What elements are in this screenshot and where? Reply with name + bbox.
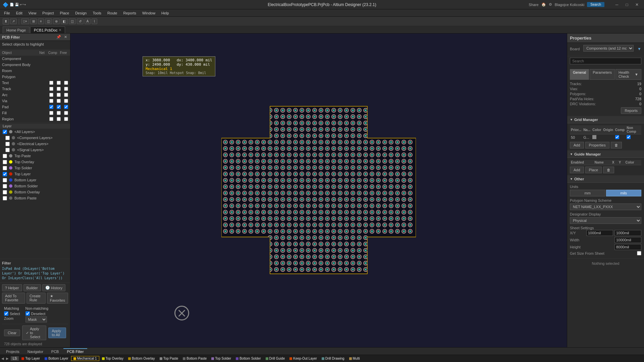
pad-comp-cb[interactable] <box>57 105 61 109</box>
history-btn[interactable]: 🕐 History <box>42 284 65 291</box>
bp-tab-pcb-filter[interactable]: PCB Filter <box>63 348 87 354</box>
tab-general[interactable]: General <box>570 69 589 80</box>
toolbar-align[interactable]: ≡ <box>38 18 44 24</box>
layer-top-paste-cb[interactable] <box>3 154 7 158</box>
layer-comp-cb[interactable] <box>5 136 10 140</box>
bp-tab-navigator[interactable]: Navigator <box>24 348 47 354</box>
width-input[interactable] <box>614 237 641 243</box>
get-size-cb[interactable] <box>637 251 641 255</box>
obj-row-via[interactable]: Via <box>0 98 70 104</box>
layer-btn-bottom[interactable]: Bottom Layer <box>43 356 70 361</box>
apply-to-all-btn[interactable]: Apply to All <box>48 327 66 338</box>
layer-btn-bottom-overlay[interactable]: Bottom Overlay <box>126 356 157 361</box>
add-to-favorite-btn[interactable]: Add To Favorite <box>2 293 25 304</box>
track-comp-cb[interactable] <box>57 87 61 91</box>
text-net-cb[interactable] <box>49 81 53 85</box>
guide-add-btn[interactable]: Add <box>570 167 584 173</box>
layer-bottom-layer[interactable]: Bottom Layer <box>0 177 70 183</box>
grid-properties-btn[interactable]: Properties <box>585 142 609 148</box>
board-selector[interactable]: Components (and 12 more) <box>583 45 634 52</box>
layer-btn-multi[interactable]: Multi <box>347 356 362 361</box>
designator-display-select[interactable]: Physical <box>570 217 641 224</box>
menu-item-place[interactable]: Place <box>57 10 72 16</box>
grid-comp-cb[interactable] <box>614 134 626 141</box>
tab-pcb[interactable]: PCB1.PcbDoc ✕ <box>30 26 65 33</box>
layer-btn-top[interactable]: Top Layer <box>19 356 42 361</box>
layer-bottom-overlay[interactable]: Bottom Overlay <box>0 189 70 195</box>
favorites-btn[interactable]: ★ Favorites <box>47 293 68 304</box>
clear-btn[interactable]: Clear <box>4 329 20 336</box>
grid-non-comp-cb[interactable] <box>626 134 641 141</box>
layer-btn-top-solder[interactable]: Top Solder <box>209 356 233 361</box>
region-comp-cb[interactable] <box>57 117 61 121</box>
toolbar-update[interactable]: ↺ <box>77 18 84 24</box>
toolbar-drc[interactable]: ◧ <box>61 18 68 24</box>
panel-pin-btn[interactable]: 📌 <box>55 35 62 39</box>
menu-item-edit[interactable]: Edit <box>13 10 25 16</box>
layer-btn-bottom-solder[interactable]: Bottom Solder <box>234 356 263 361</box>
pad-net-cb[interactable] <box>49 105 53 109</box>
menu-item-tools[interactable]: Tools <box>90 10 104 16</box>
toolbar-3d[interactable]: ◫ <box>45 18 52 24</box>
tab-parameters[interactable]: Parameters <box>590 69 615 80</box>
menu-item-project[interactable]: Project <box>40 10 56 16</box>
obj-row-pad[interactable]: Pad <box>0 104 70 110</box>
layer-all-cb[interactable] <box>3 130 7 134</box>
share-btn[interactable]: Share <box>529 3 538 7</box>
menu-item-reports[interactable]: Reports <box>120 10 139 16</box>
rp-search-input[interactable] <box>570 58 641 64</box>
toolbar-route[interactable]: ↗ <box>10 18 17 24</box>
tab-home[interactable]: Home Page <box>3 26 30 33</box>
guide-manager-header[interactable]: ▼ Guide Manager <box>567 151 644 158</box>
layer-top-overlay[interactable]: Top Overlay <box>0 159 70 165</box>
layer-bottom-paste-cb[interactable] <box>3 196 7 200</box>
layer-top-solder-cb[interactable] <box>3 166 7 170</box>
toolbar-measure[interactable]: ⌇ <box>92 18 97 24</box>
toolbar-filter[interactable]: ⧗ <box>3 18 9 24</box>
create-rule-btn[interactable]: Create Rule <box>26 293 46 304</box>
layer-component-layers[interactable]: <Component Layers> <box>0 135 70 141</box>
via-net-cb[interactable] <box>49 99 53 103</box>
select-cb[interactable] <box>4 311 8 316</box>
via-comp-cb[interactable] <box>57 99 61 103</box>
helper-btn[interactable]: ? Helper <box>2 284 22 291</box>
layer-top-layer[interactable]: Top Layer <box>0 171 70 177</box>
guide-delete-btn[interactable]: 🗑 <box>603 167 614 173</box>
layer-btn-mech1[interactable]: Mechanical 1 <box>71 356 99 361</box>
layer-signal-cb[interactable] <box>5 148 10 152</box>
unit-mm-btn[interactable]: mm <box>570 190 605 196</box>
region-free-cb[interactable] <box>64 117 68 121</box>
builder-btn[interactable]: Builder <box>23 284 41 291</box>
toolbar-text[interactable]: A <box>85 18 91 24</box>
x-input[interactable] <box>586 230 613 236</box>
layer-bottom-overlay-cb[interactable] <box>3 190 7 194</box>
layer-bottom-solder[interactable]: Bottom Solder <box>0 183 70 189</box>
obj-row-arc[interactable]: Arc <box>0 92 70 98</box>
fill-net-cb[interactable] <box>49 111 53 115</box>
toolbar-clearance[interactable]: ◫ <box>69 18 76 24</box>
text-comp-cb[interactable] <box>57 81 61 85</box>
deselect-cb[interactable] <box>25 311 30 316</box>
tab-health-check[interactable]: Health Check▼ <box>615 69 641 80</box>
layer-btn-bottom-paste[interactable]: Bottom Paste <box>181 356 209 361</box>
search-btn[interactable]: Search <box>587 2 604 7</box>
layer-top-layer-cb[interactable] <box>3 172 7 176</box>
zoom-select[interactable]: Mask Dim Normal Select <box>25 316 47 322</box>
layer-nav-right[interactable]: ▶ <box>6 357 9 360</box>
tab-pcb-close[interactable]: ✕ <box>59 28 61 32</box>
apply-to-select-btn[interactable]: ✓ Apply to Select <box>22 325 46 340</box>
menu-item-help[interactable]: Help <box>159 10 172 16</box>
close-button[interactable]: ✕ <box>633 1 641 8</box>
pad-free-cb[interactable] <box>64 105 68 109</box>
layer-all[interactable]: <All Layers> <box>0 129 70 135</box>
minimize-button[interactable]: ─ <box>612 1 621 8</box>
toolbar-component[interactable]: □+ <box>21 18 29 24</box>
panel-close-btn[interactable]: ✕ <box>63 35 68 39</box>
layer-nav-left[interactable]: ◀ <box>1 357 4 360</box>
obj-row-track[interactable]: Track <box>0 86 70 92</box>
guide-place-btn[interactable]: Place <box>585 167 602 173</box>
layer-bottom-solder-cb[interactable] <box>3 184 7 188</box>
track-net-cb[interactable] <box>49 87 53 91</box>
menu-item-design[interactable]: Design <box>72 10 89 16</box>
height-input[interactable] <box>614 244 641 250</box>
